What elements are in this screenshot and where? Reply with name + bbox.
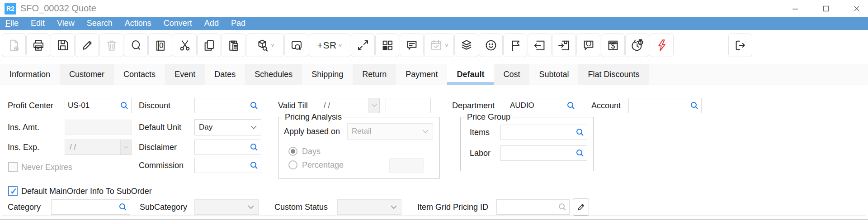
- duplicate-button[interactable]: [197, 34, 221, 57]
- tab-dates[interactable]: Dates: [205, 64, 245, 85]
- profit-center-label: Profit Center: [8, 98, 53, 113]
- custom-status-select[interactable]: [337, 199, 401, 215]
- disclaimer-input[interactable]: [195, 140, 250, 154]
- save-icon: [56, 39, 70, 52]
- expand-button[interactable]: [351, 34, 375, 57]
- menu-add[interactable]: Add: [204, 17, 219, 30]
- ship-order-button[interactable]: [552, 34, 576, 57]
- default-unit-value: Day: [199, 123, 212, 132]
- tab-payment[interactable]: Payment: [396, 64, 447, 85]
- valid-till-dropdown-button[interactable]: [368, 98, 379, 113]
- layers-button[interactable]: [454, 34, 478, 57]
- item-search-button[interactable]: ˅: [246, 34, 284, 57]
- ins-exp-date-value: / /: [65, 140, 120, 154]
- menu-view[interactable]: View: [57, 17, 75, 30]
- recurring-billing-button[interactable]: $: [625, 34, 649, 57]
- tab-subtotal[interactable]: Subtotal: [529, 64, 578, 85]
- tab-default[interactable]: Default: [447, 64, 494, 85]
- valid-till-extra-field: [386, 98, 431, 113]
- lookup-search-icon[interactable]: [250, 101, 259, 110]
- clipboard-icon: [227, 39, 241, 52]
- default-unit-select[interactable]: Day: [194, 119, 261, 135]
- layout-grid-button[interactable]: [375, 34, 399, 57]
- edit-button[interactable]: [75, 34, 99, 57]
- tab-flat-discounts[interactable]: Flat Discounts: [578, 64, 649, 85]
- profit-center-input[interactable]: [65, 98, 120, 113]
- delete-button[interactable]: [99, 34, 123, 57]
- lookup-search-icon[interactable]: [120, 101, 129, 110]
- copy-zero-icon: 0: [154, 39, 167, 52]
- flag-button[interactable]: [503, 34, 527, 57]
- menu-file[interactable]: File: [5, 17, 19, 30]
- lookup-search-icon[interactable]: [250, 161, 259, 170]
- toolbar: 0 ˅ +SR ˅ ˅ O: [0, 30, 868, 61]
- billing-button[interactable]: $: [601, 34, 625, 57]
- calendar-check-icon: [429, 39, 443, 52]
- lookup-search-icon[interactable]: [118, 203, 127, 212]
- tab-shipping[interactable]: Shipping: [302, 64, 353, 85]
- lookup-search-icon[interactable]: [250, 143, 259, 152]
- tab-cost[interactable]: Cost: [494, 64, 529, 85]
- tab-event[interactable]: Event: [165, 64, 205, 85]
- minimize-button[interactable]: [792, 5, 798, 12]
- tab-information[interactable]: Information: [0, 64, 60, 85]
- copy-item-button[interactable]: 0: [148, 34, 172, 57]
- menu-search[interactable]: Search: [87, 17, 113, 30]
- discount-input[interactable]: [195, 98, 250, 113]
- close-button[interactable]: [854, 5, 860, 12]
- menu-convert[interactable]: Convert: [164, 17, 192, 30]
- lookup-search-icon[interactable]: [566, 101, 576, 110]
- tab-return[interactable]: Return: [353, 64, 396, 85]
- price-group-items-input[interactable]: [501, 125, 576, 140]
- pencil-icon: [80, 39, 94, 52]
- return-order-button[interactable]: [528, 34, 552, 57]
- order-comment-button[interactable]: O: [576, 34, 600, 57]
- disclaimer-label: Disclaimer: [139, 140, 177, 155]
- item-grid-pricing-id-input[interactable]: [497, 200, 558, 214]
- category-input[interactable]: [52, 200, 118, 214]
- commission-input[interactable]: [195, 158, 250, 173]
- edit-pricing-id-button[interactable]: [573, 198, 589, 216]
- print-button[interactable]: [26, 34, 50, 57]
- ins-amt-field: [65, 120, 132, 135]
- chevron-down-icon[interactable]: ˅: [445, 43, 448, 48]
- lookup-search-icon[interactable]: [576, 128, 585, 137]
- chevron-down-icon[interactable]: ˅: [339, 43, 342, 48]
- menu-pad[interactable]: Pad: [231, 17, 245, 30]
- paste-button[interactable]: [222, 34, 245, 57]
- notes-button[interactable]: [400, 34, 424, 57]
- chevron-down-icon[interactable]: ˅: [271, 43, 274, 48]
- exit-button[interactable]: [728, 34, 752, 57]
- contact-button[interactable]: [479, 34, 503, 57]
- maximize-button[interactable]: [823, 5, 829, 12]
- lookup-search-icon[interactable]: [576, 149, 585, 158]
- ins-exp-date-field: / /: [65, 140, 132, 155]
- department-label: Department: [452, 98, 495, 113]
- menu-edit[interactable]: Edit: [31, 17, 45, 30]
- save-button[interactable]: [51, 34, 75, 57]
- add-subrental-button[interactable]: +SR ˅: [309, 34, 350, 57]
- clock-dollar-icon: $: [631, 39, 644, 52]
- cut-button[interactable]: [173, 34, 197, 57]
- lookup-search-icon[interactable]: [690, 101, 699, 110]
- valid-till-extra-input[interactable]: [386, 98, 430, 113]
- frame-search-icon: [290, 39, 303, 52]
- department-input[interactable]: [507, 98, 566, 113]
- tab-customer[interactable]: Customer: [60, 64, 114, 85]
- quick-actions-button[interactable]: [650, 34, 674, 57]
- tab-contacts[interactable]: Contacts: [114, 64, 165, 85]
- tab-schedules[interactable]: Schedules: [245, 64, 302, 85]
- schedule-button[interactable]: ˅: [424, 34, 454, 57]
- menu-actions[interactable]: Actions: [125, 17, 151, 30]
- find-button[interactable]: [124, 34, 148, 57]
- valid-till-date-value[interactable]: / /: [319, 98, 368, 113]
- subcategory-select[interactable]: [194, 199, 259, 215]
- new-quote-button[interactable]: [2, 34, 26, 57]
- apply-based-on-label: Apply based on: [284, 124, 340, 139]
- price-group-labor-input[interactable]: [501, 146, 576, 160]
- window-title: SFO_00032 Quote: [20, 3, 96, 14]
- default-mainorder-checkbox[interactable]: [8, 186, 18, 196]
- account-input[interactable]: [629, 98, 690, 113]
- comment-o-icon: O: [582, 39, 595, 52]
- view-search-button[interactable]: [284, 34, 308, 57]
